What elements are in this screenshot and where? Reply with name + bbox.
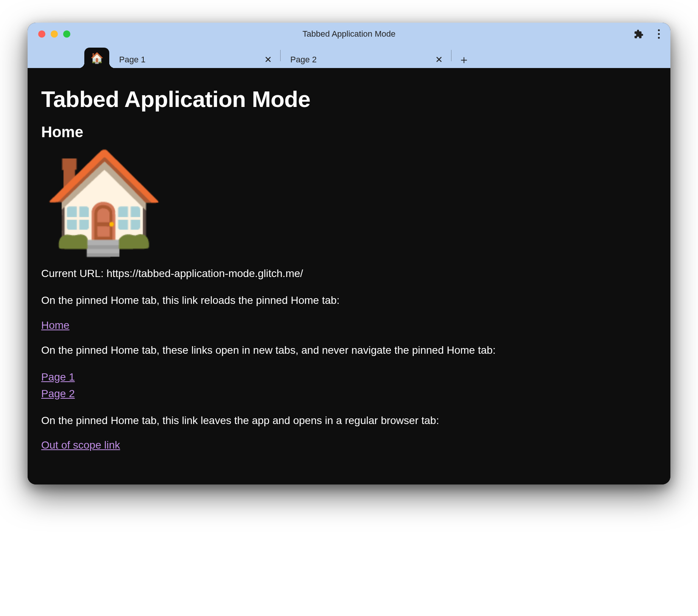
tab-label: Page 1 (119, 55, 146, 65)
tabstrip: 🏠 Page 1 ✕ Page 2 ✕ ＋ (28, 45, 670, 68)
link-out-of-scope[interactable]: Out of scope link (41, 439, 120, 451)
extensions-icon[interactable] (634, 29, 644, 39)
para-out-of-scope: On the pinned Home tab, this link leaves… (41, 412, 657, 429)
page-title: Tabbed Application Mode (41, 86, 657, 112)
para-newtabs: On the pinned Home tab, these links open… (41, 342, 657, 358)
window-title: Tabbed Application Mode (28, 29, 670, 39)
titlebar: Tabbed Application Mode (28, 23, 670, 45)
close-tab-icon[interactable]: ✕ (263, 54, 273, 66)
house-illustration: 🏠 (43, 152, 657, 250)
link-page-1[interactable]: Page 1 (41, 369, 657, 385)
close-tab-icon[interactable]: ✕ (434, 54, 444, 66)
page-subtitle: Home (41, 124, 657, 141)
app-window: Tabbed Application Mode 🏠 Page 1 ✕ (28, 23, 670, 484)
new-tab-button[interactable]: ＋ (454, 51, 473, 68)
tab-separator (451, 50, 451, 61)
pinned-home-tab[interactable]: 🏠 (84, 48, 109, 68)
menu-icon[interactable] (655, 27, 663, 41)
titlebar-actions (634, 27, 663, 41)
tab-page-2[interactable]: Page 2 ✕ (281, 51, 451, 68)
para-reload: On the pinned Home tab, this link reload… (41, 292, 657, 308)
tab-page-1[interactable]: Page 1 ✕ (109, 51, 280, 68)
page-content: Tabbed Application Mode Home 🏠 Current U… (28, 68, 670, 484)
tab-label: Page 2 (290, 55, 317, 65)
house-icon: 🏠 (90, 52, 104, 64)
link-home[interactable]: Home (41, 319, 70, 331)
current-url-line: Current URL: https://tabbed-application-… (41, 265, 657, 282)
link-page-2[interactable]: Page 2 (41, 385, 657, 402)
